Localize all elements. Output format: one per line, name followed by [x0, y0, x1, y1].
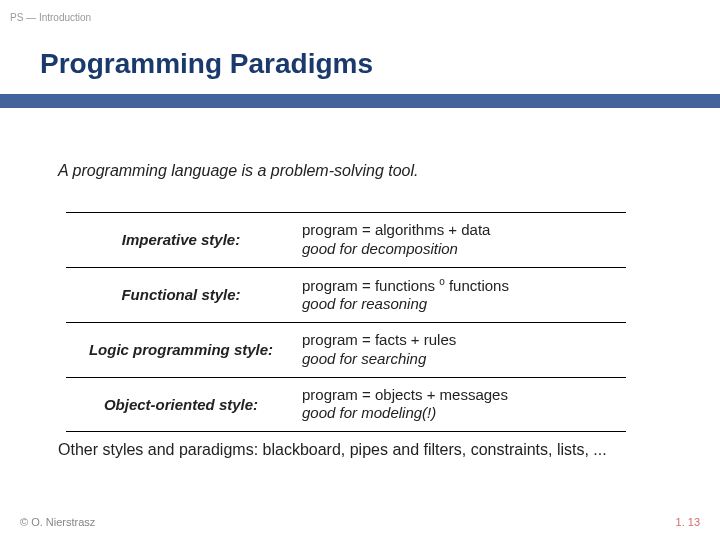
page-number: 1. 13	[676, 516, 700, 528]
desc-line1: program = algorithms + data	[302, 221, 620, 240]
style-desc: program = algorithms + data good for dec…	[296, 213, 626, 267]
desc-frag: program = functions	[302, 277, 439, 294]
desc-line2: good for searching	[302, 350, 620, 369]
table-row: Object-oriented style: program = objects…	[66, 378, 626, 433]
desc-line2: good for reasoning	[302, 295, 620, 314]
style-label: Logic programming style:	[66, 323, 296, 377]
desc-line1: program = objects + messages	[302, 386, 620, 405]
desc-frag: functions	[445, 277, 509, 294]
styles-table: Imperative style: program = algorithms +…	[66, 212, 626, 432]
table-row: Functional style: program = functions o …	[66, 268, 626, 324]
intro-text: A programming language is a problem-solv…	[58, 162, 418, 180]
desc-line1: program = functions o functions	[302, 276, 620, 296]
desc-line2: good for modeling(!)	[302, 404, 620, 423]
style-label: Object-oriented style:	[66, 378, 296, 432]
desc-line1: program = facts + rules	[302, 331, 620, 350]
page-title: Programming Paradigms	[40, 48, 373, 80]
table-row: Logic programming style: program = facts…	[66, 323, 626, 378]
breadcrumb: PS — Introduction	[10, 12, 91, 23]
style-desc: program = functions o functions good for…	[296, 268, 626, 323]
copyright: © O. Nierstrasz	[20, 516, 95, 528]
table-row: Imperative style: program = algorithms +…	[66, 212, 626, 268]
style-desc: program = objects + messages good for mo…	[296, 378, 626, 432]
title-accent-bar	[0, 94, 720, 108]
desc-line2: good for decomposition	[302, 240, 620, 259]
style-desc: program = facts + rules good for searchi…	[296, 323, 626, 377]
style-label: Imperative style:	[66, 213, 296, 267]
style-label: Functional style:	[66, 268, 296, 323]
outro-text: Other styles and paradigms: blackboard, …	[58, 440, 618, 461]
